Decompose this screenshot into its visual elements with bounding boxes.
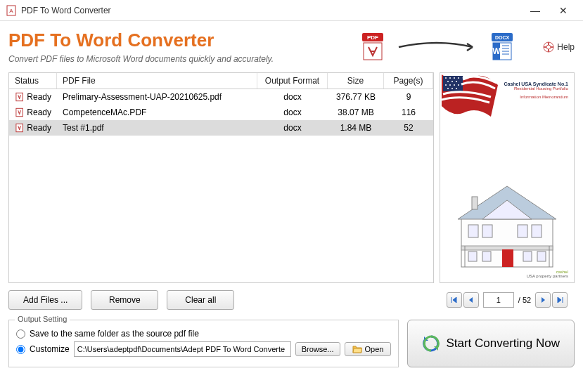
svg-text:DOCX: DOCX [495, 35, 510, 40]
table-row[interactable]: Ready Test #1.pdf docx 1.84 MB 52 [9, 120, 433, 136]
col-status[interactable]: Status [9, 73, 57, 89]
pager: / 52 [440, 292, 575, 308]
svg-point-33 [456, 88, 457, 89]
same-folder-radio[interactable] [16, 329, 25, 339]
svg-point-25 [451, 81, 453, 82]
col-size[interactable]: Size [328, 73, 384, 89]
svg-point-20 [445, 77, 447, 79]
header-graphic: PDF DOCXW [360, 33, 515, 61]
app-title: PDF To Word Converter [8, 30, 360, 51]
svg-rect-40 [482, 225, 492, 237]
file-size: 1.84 MB [328, 122, 384, 134]
output-settings: Output Setting Save to the same folder a… [8, 320, 399, 367]
svg-point-32 [451, 88, 453, 89]
svg-rect-46 [537, 251, 546, 261]
file-name: Test #1.pdf [57, 122, 257, 134]
same-folder-label: Save to the same folder as the source pd… [30, 329, 199, 339]
svg-rect-39 [468, 225, 478, 237]
page-count: 52 [384, 122, 433, 134]
close-button[interactable]: ✕ [549, 1, 577, 20]
open-folder-button[interactable]: Open [345, 342, 392, 356]
output-format: docx [257, 91, 328, 103]
add-files-button[interactable]: Add Files ... [8, 290, 82, 310]
output-path-input[interactable] [74, 341, 291, 357]
svg-point-31 [447, 88, 449, 89]
svg-point-22 [454, 77, 455, 79]
col-file[interactable]: PDF File [57, 73, 257, 89]
col-pages[interactable]: Page(s) [384, 73, 433, 89]
svg-point-30 [458, 84, 459, 86]
help-button[interactable]: Help [543, 41, 575, 53]
preview-image: Cashel USA Syndicate No.1 Residential Ho… [442, 74, 572, 281]
pdf-row-icon [15, 123, 24, 133]
next-page-button[interactable] [535, 292, 551, 308]
svg-text:PDF: PDF [367, 34, 378, 41]
app-subtitle: Convert PDF files to Microsoft Word docu… [8, 54, 360, 64]
house-graphic [447, 176, 567, 274]
page-input[interactable] [483, 292, 514, 308]
page-count: 9 [384, 91, 433, 103]
first-page-button[interactable] [447, 292, 462, 308]
status-text: Ready [27, 107, 51, 117]
svg-text:A: A [9, 8, 13, 14]
arrow-icon [395, 40, 480, 54]
app-icon: A [6, 5, 17, 16]
svg-point-23 [458, 77, 459, 79]
output-legend: Output Setting [15, 315, 70, 323]
svg-rect-43 [468, 251, 477, 261]
preview-title-2: Residential Housing Portfolio [504, 86, 568, 91]
svg-point-15 [546, 45, 551, 49]
table-row[interactable]: Ready CompetenceMAc.PDF docx 38.07 MB 11… [9, 105, 433, 120]
customize-label: Customize [30, 344, 70, 354]
refresh-icon [422, 334, 440, 353]
preview-title-3: Information Memorandum [504, 95, 568, 99]
open-label: Open [365, 345, 384, 353]
customize-radio[interactable] [16, 345, 25, 354]
svg-point-27 [445, 84, 447, 86]
svg-point-28 [449, 84, 451, 86]
file-name: CompetenceMAc.PDF [57, 106, 257, 119]
help-label: Help [557, 42, 575, 52]
svg-point-24 [447, 81, 449, 82]
file-table: Status PDF File Output Format Size Page(… [8, 72, 434, 283]
last-page-button[interactable] [552, 292, 568, 308]
svg-text:W: W [493, 46, 501, 56]
minimize-button[interactable]: — [521, 1, 549, 20]
output-format: docx [257, 122, 328, 134]
browse-button[interactable]: Browse... [295, 342, 340, 356]
preview-footer-2: USA property partners [527, 274, 568, 278]
docx-icon: DOCXW [489, 33, 515, 61]
titlebar: A PDF To Word Converter — ✕ [0, 0, 583, 21]
svg-point-26 [456, 81, 457, 82]
svg-rect-49 [472, 197, 478, 209]
convert-label: Start Converting Now [446, 337, 560, 351]
status-text: Ready [27, 92, 51, 102]
col-format[interactable]: Output Format [257, 73, 328, 89]
prev-page-button[interactable] [463, 292, 479, 308]
pdf-icon: PDF [360, 33, 385, 61]
preview-panel: Cashel USA Syndicate No.1 Residential Ho… [440, 72, 575, 283]
preview-title-1: Cashel USA Syndicate No.1 [504, 81, 568, 86]
svg-rect-44 [482, 251, 491, 261]
svg-rect-45 [523, 251, 532, 261]
file-size: 376.77 KB [328, 91, 384, 103]
table-row[interactable]: Ready Prelimary-Assessment-UAP-20210625.… [9, 89, 433, 105]
svg-point-29 [454, 84, 455, 86]
start-converting-button[interactable]: Start Converting Now [407, 320, 575, 367]
clear-all-button[interactable]: Clear all [167, 290, 234, 310]
window-title: PDF To Word Converter [21, 6, 521, 15]
pdf-row-icon [15, 107, 24, 117]
folder-icon [352, 345, 362, 353]
header: PDF To Word Converter Convert PDF files … [8, 27, 575, 72]
file-size: 38.07 MB [328, 106, 384, 119]
table-header: Status PDF File Output Format Size Page(… [9, 73, 433, 89]
output-format: docx [257, 106, 328, 119]
remove-button[interactable]: Remove [91, 290, 158, 310]
svg-rect-38 [502, 249, 513, 267]
svg-rect-41 [518, 225, 527, 237]
pdf-row-icon [15, 92, 24, 102]
svg-point-21 [449, 77, 451, 79]
flag-graphic [442, 74, 498, 117]
status-text: Ready [27, 123, 51, 133]
page-count: 116 [384, 106, 433, 119]
